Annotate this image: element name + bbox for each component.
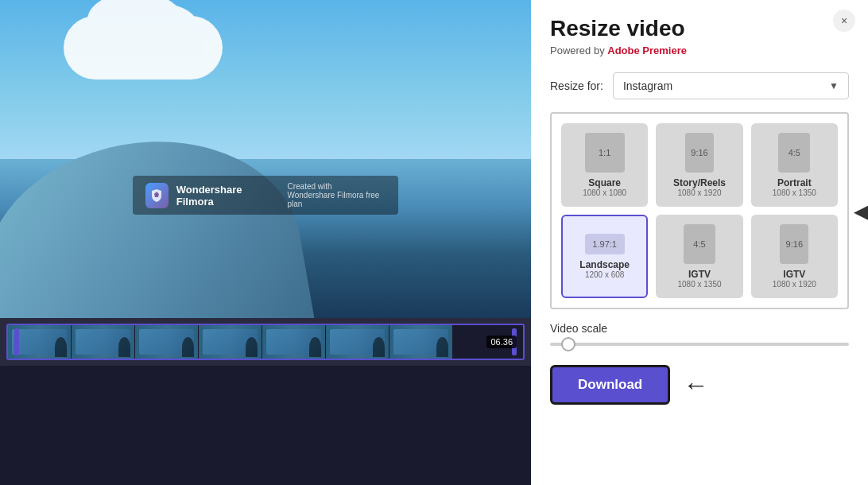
thumb-2	[72, 325, 135, 359]
video-cloud	[64, 16, 223, 80]
download-arrow-icon: ←	[683, 371, 708, 400]
timestamp-badge: 06.36	[486, 336, 517, 348]
panel-title: Resize video	[550, 16, 849, 41]
aspect-card-story-reels[interactable]: 9:16 Story/Reels 1080 x 1920	[656, 123, 742, 207]
aspect-card-igtv-2[interactable]: 9:16 IGTV 1080 x 1920	[751, 215, 838, 298]
thumb-6	[326, 325, 389, 359]
aspect-card-igtv-1[interactable]: 4:5 IGTV 1080 x 1350	[656, 215, 742, 298]
aspect-grid: 1:1 Square 1080 x 1080 9:16 Story/Reels …	[561, 123, 838, 298]
download-button[interactable]: Download	[550, 365, 670, 405]
aspect-ratio-box-igtv2: 9:16	[780, 224, 808, 264]
video-scale-label: Video scale	[550, 322, 849, 335]
aspect-card-portrait[interactable]: 4:5 Portrait 1080 x 1350	[751, 123, 838, 207]
resize-for-label: Resize for:	[550, 80, 603, 92]
aspect-ratio-box-story: 9:16	[685, 133, 714, 173]
left-panel: Wondershare Filmora Created with Wonders…	[0, 0, 531, 485]
timeline-handle-left[interactable]	[14, 328, 19, 355]
right-panel: × Resize video Powered by Adobe Premiere…	[531, 0, 868, 485]
panel-subtitle: Powered by Adobe Premiere	[550, 45, 849, 56]
watermark-text: Wondershare Filmora	[176, 184, 272, 208]
scale-slider-thumb[interactable]	[561, 337, 575, 351]
scale-slider-track[interactable]	[550, 343, 849, 346]
scale-slider-container	[550, 343, 849, 346]
aspect-card-landscape[interactable]: 1.97:1 Landscape 1200 x 608	[561, 215, 648, 298]
resize-for-select[interactable]: Instagram YouTube Twitter Facebook TikTo…	[623, 80, 824, 92]
download-area: Download ←	[550, 365, 849, 405]
resize-for-row: Resize for: Instagram YouTube Twitter Fa…	[550, 72, 849, 99]
aspect-ratio-box-igtv1: 4:5	[684, 224, 715, 264]
timeline[interactable]: 06.36	[0, 318, 531, 366]
aspect-card-square[interactable]: 1:1 Square 1080 x 1080	[561, 123, 648, 207]
aspect-ratio-box-portrait: 4:5	[778, 133, 810, 173]
resize-for-dropdown[interactable]: Instagram YouTube Twitter Facebook TikTo…	[613, 72, 849, 99]
watermark-overlay: Wondershare Filmora Created with Wonders…	[133, 176, 398, 215]
scroll-arrow-icon: ◀	[854, 198, 868, 224]
aspect-grid-wrapper: 1:1 Square 1080 x 1080 9:16 Story/Reels …	[550, 112, 849, 309]
thumb-4	[199, 325, 262, 359]
timeline-thumbnails	[8, 325, 453, 359]
aspect-ratio-box-square: 1:1	[585, 133, 625, 173]
filmora-icon	[145, 183, 169, 208]
watermark-created: Created with Wondershare Filmora free pl…	[287, 182, 386, 208]
thumb-3	[135, 325, 199, 359]
aspect-ratio-box-landscape: 1.97:1	[585, 234, 625, 254]
aspect-grid-border: 1:1 Square 1080 x 1080 9:16 Story/Reels …	[550, 112, 849, 309]
thumb-5	[262, 325, 326, 359]
timeline-track[interactable]: 06.36	[6, 324, 525, 360]
dropdown-chevron-icon: ▼	[829, 80, 839, 91]
video-preview: Wondershare Filmora Created with Wonders…	[0, 0, 531, 318]
close-button[interactable]: ×	[833, 10, 855, 32]
thumb-7	[389, 325, 453, 359]
